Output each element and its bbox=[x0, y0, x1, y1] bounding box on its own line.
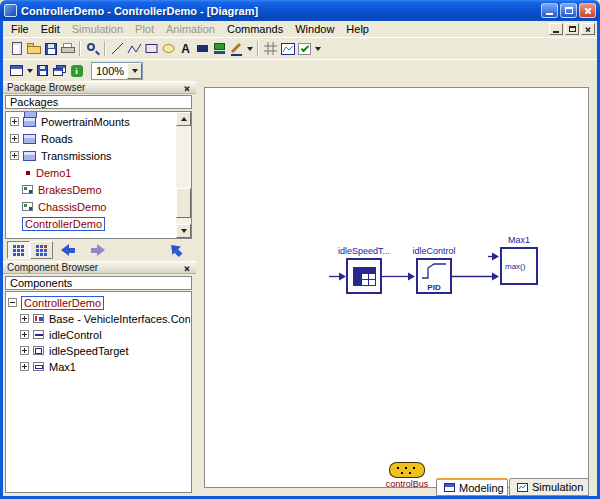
menu-plot[interactable]: Plot bbox=[129, 22, 160, 36]
zoom-button[interactable] bbox=[84, 40, 101, 58]
menu-window[interactable]: Window bbox=[289, 22, 340, 36]
grid-view-alt-button[interactable] bbox=[30, 241, 53, 259]
pen-color-button[interactable] bbox=[228, 40, 245, 58]
tab-simulation[interactable]: Simulation bbox=[509, 478, 589, 496]
tree-item-idlecontrol[interactable]: idleControl bbox=[20, 327, 104, 342]
close-button[interactable] bbox=[579, 3, 596, 18]
component-browser-close-button[interactable] bbox=[181, 262, 192, 273]
expander-icon[interactable] bbox=[8, 298, 17, 307]
cascade-windows-button[interactable] bbox=[51, 62, 68, 80]
pen-color-dropdown[interactable] bbox=[245, 40, 254, 58]
package-browser-close-button[interactable] bbox=[181, 82, 192, 93]
tree-item-brakesdemo[interactable]: BrakesDemo bbox=[22, 182, 104, 197]
info-button[interactable]: i bbox=[68, 62, 85, 80]
package-tree[interactable]: PowertrainMounts Roads Transmissions Dem… bbox=[5, 111, 192, 239]
menu-simulation[interactable]: Simulation bbox=[66, 22, 129, 36]
block-max1[interactable]: max() bbox=[500, 247, 538, 285]
diagram-canvas[interactable]: idleSpeedT... idleControl PID Max1 max()… bbox=[204, 87, 589, 488]
tree-item-idlespeedtarget[interactable]: idleSpeedTarget bbox=[20, 343, 131, 358]
expander-icon[interactable] bbox=[20, 346, 29, 355]
tree-item-demo1[interactable]: Demo1 bbox=[26, 165, 73, 180]
grid-view-alt-icon bbox=[36, 245, 47, 256]
fill-color-icon bbox=[214, 43, 225, 54]
grid-view-button[interactable] bbox=[7, 241, 30, 259]
mdi-close-button[interactable] bbox=[581, 23, 595, 35]
tree-item-controllerdemo[interactable]: ControllerDemo bbox=[22, 216, 105, 231]
mdi-restore-button[interactable] bbox=[565, 23, 579, 35]
tree-item-powertrainmounts[interactable]: PowertrainMounts bbox=[10, 114, 132, 129]
model-icon bbox=[22, 185, 33, 194]
tab-simulation-label: Simulation bbox=[532, 481, 583, 493]
tree-item-roads[interactable]: Roads bbox=[10, 131, 75, 146]
forward-arrow-icon bbox=[97, 244, 105, 256]
fill-color-button[interactable] bbox=[211, 40, 228, 58]
tree-item-chassisdemo[interactable]: ChassisDemo bbox=[22, 199, 108, 214]
menu-edit[interactable]: Edit bbox=[35, 22, 66, 36]
up-left-button[interactable] bbox=[167, 241, 185, 259]
expander-icon[interactable] bbox=[20, 314, 29, 323]
text-tool-icon: A bbox=[181, 42, 190, 56]
component-tree[interactable]: ControllerDemo Base - VehicleInterfaces.… bbox=[5, 291, 192, 493]
block-idlecontrol[interactable]: PID bbox=[416, 258, 452, 294]
components-root-label: Components bbox=[10, 277, 72, 289]
forward-button[interactable] bbox=[91, 244, 105, 256]
scroll-up-icon bbox=[181, 117, 187, 121]
zoom-dropdown-button[interactable] bbox=[127, 63, 142, 79]
zoom-combobox[interactable]: 100% bbox=[91, 62, 143, 80]
save-all-button[interactable] bbox=[34, 62, 51, 80]
draw-line-button[interactable] bbox=[109, 40, 126, 58]
filled-rectangle-button[interactable] bbox=[194, 40, 211, 58]
tree-item-max1[interactable]: Max1 bbox=[20, 359, 78, 374]
plot-window-icon bbox=[281, 43, 295, 55]
maximize-button[interactable] bbox=[560, 3, 577, 18]
expander-icon[interactable] bbox=[20, 362, 29, 371]
package-tree-scrollbar[interactable] bbox=[176, 112, 191, 238]
check-model-button[interactable] bbox=[296, 40, 313, 58]
minimize-button[interactable] bbox=[541, 3, 558, 18]
controlbus-connector[interactable] bbox=[389, 462, 425, 478]
mdi-minimize-button[interactable] bbox=[549, 23, 563, 35]
block-idlespeedtarget[interactable] bbox=[346, 258, 382, 294]
toggle-grid-button[interactable] bbox=[262, 40, 279, 58]
expander-icon[interactable] bbox=[10, 134, 19, 143]
scrollbar-thumb[interactable] bbox=[176, 188, 191, 218]
new-window-dropdown[interactable] bbox=[25, 62, 34, 80]
tree-item-controllerdemo-root[interactable]: ControllerDemo bbox=[8, 295, 104, 310]
print-button[interactable] bbox=[59, 40, 76, 58]
back-button[interactable] bbox=[61, 244, 75, 256]
tree-item-transmissions[interactable]: Transmissions bbox=[10, 148, 114, 163]
diagram-area: idleSpeedT... idleControl PID Max1 max()… bbox=[196, 81, 597, 496]
close-icon bbox=[584, 7, 592, 15]
pen-color-icon bbox=[229, 41, 244, 56]
expander-icon[interactable] bbox=[20, 330, 29, 339]
new-window-button[interactable] bbox=[8, 62, 25, 80]
scroll-down-button[interactable] bbox=[176, 224, 191, 238]
draw-ellipse-button[interactable] bbox=[160, 40, 177, 58]
new-plot-window-button[interactable] bbox=[279, 40, 296, 58]
draw-polyline-button[interactable] bbox=[126, 40, 143, 58]
packages-root-row[interactable]: Packages bbox=[5, 95, 192, 109]
tab-modeling[interactable]: Modeling bbox=[436, 478, 508, 496]
draw-rectangle-button[interactable] bbox=[143, 40, 160, 58]
expander-icon[interactable] bbox=[10, 151, 19, 160]
new-button[interactable] bbox=[8, 40, 25, 58]
save-button[interactable] bbox=[42, 40, 59, 58]
tree-item-base[interactable]: Base - VehicleInterfaces.Controllers.In.… bbox=[20, 311, 190, 326]
components-root-row[interactable]: Components bbox=[5, 276, 192, 290]
menu-file[interactable]: File bbox=[5, 22, 35, 36]
block-label-idlespeedtarget: idleSpeedT... bbox=[325, 246, 403, 256]
check-model-dropdown[interactable] bbox=[313, 40, 322, 58]
expander-icon[interactable] bbox=[10, 117, 19, 126]
package-browser-header: Package Browser bbox=[3, 81, 196, 94]
insert-text-button[interactable]: A bbox=[177, 40, 194, 58]
dropdown-arrow-icon bbox=[315, 47, 321, 51]
open-button[interactable] bbox=[25, 40, 42, 58]
menu-animation[interactable]: Animation bbox=[160, 22, 221, 36]
menu-commands[interactable]: Commands bbox=[221, 22, 289, 36]
tree-item-label: Roads bbox=[39, 133, 75, 145]
menu-help[interactable]: Help bbox=[340, 22, 375, 36]
polyline-icon bbox=[127, 41, 142, 56]
filled-rectangle-icon bbox=[195, 41, 210, 56]
component-icon bbox=[33, 362, 44, 371]
scroll-up-button[interactable] bbox=[176, 112, 191, 126]
